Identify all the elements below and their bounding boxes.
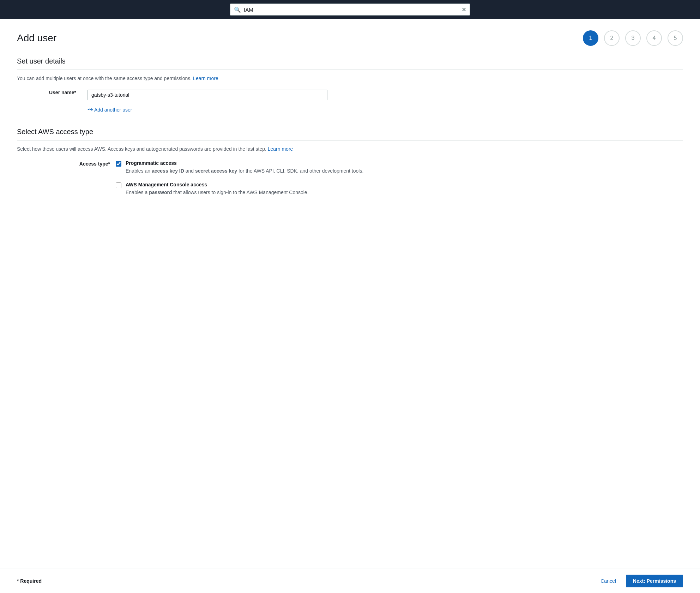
set-user-details-description: You can add multiple users at once with …	[17, 76, 683, 81]
page-header: Add user 1 2 3 4 5	[17, 30, 683, 46]
access-type-label: Access type*	[17, 160, 116, 167]
step-2[interactable]: 2	[604, 30, 620, 46]
step-4[interactable]: 4	[646, 30, 662, 46]
step-5[interactable]: 5	[668, 30, 683, 46]
console-access-option: AWS Management Console access Enables a …	[116, 182, 363, 196]
required-note: * Required	[17, 578, 42, 584]
step-3[interactable]: 3	[625, 30, 641, 46]
select-access-type-description: Select how these users will access AWS. …	[17, 146, 683, 152]
programmatic-access-title: Programmatic access	[126, 160, 363, 166]
add-user-row: ⤳ Add another user	[17, 106, 683, 114]
programmatic-access-text: Programmatic access Enables an access ke…	[126, 160, 363, 175]
steps-container: 1 2 3 4 5	[583, 30, 683, 46]
top-bar: 🔍 ✕	[0, 0, 700, 19]
programmatic-access-desc: Enables an access key ID and secret acce…	[126, 167, 363, 175]
access-type-row: Access type* Programmatic access Enables…	[17, 160, 683, 196]
cancel-button[interactable]: Cancel	[595, 575, 622, 587]
footer: * Required Cancel Next: Permissions	[0, 569, 700, 593]
search-icon: 🔍	[234, 6, 241, 13]
plus-icon: ⤳	[88, 106, 93, 114]
footer-buttons: Cancel Next: Permissions	[595, 575, 683, 587]
set-user-details-learn-more[interactable]: Learn more	[193, 76, 218, 81]
user-name-input[interactable]	[88, 90, 327, 100]
set-user-details-section: Set user details You can add multiple us…	[17, 57, 683, 114]
add-another-user-button[interactable]: ⤳ Add another user	[88, 106, 132, 114]
page-title: Add user	[17, 32, 56, 44]
step-1[interactable]: 1	[583, 30, 598, 46]
access-options: Programmatic access Enables an access ke…	[116, 160, 363, 196]
search-input[interactable]	[244, 7, 461, 13]
search-clear-icon[interactable]: ✕	[461, 6, 466, 13]
programmatic-access-option: Programmatic access Enables an access ke…	[116, 160, 363, 175]
main-content: Add user 1 2 3 4 5 Set user details You …	[0, 19, 700, 569]
set-user-details-title: Set user details	[17, 57, 683, 70]
console-access-desc: Enables a password that allows users to …	[126, 189, 309, 196]
select-access-type-section: Select AWS access type Select how these …	[17, 128, 683, 196]
console-access-title: AWS Management Console access	[126, 182, 309, 187]
next-permissions-button[interactable]: Next: Permissions	[626, 575, 683, 587]
user-name-label-wrap: User name*	[17, 90, 88, 95]
access-type-learn-more[interactable]: Learn more	[268, 146, 293, 152]
programmatic-access-checkbox[interactable]	[116, 161, 121, 167]
console-access-text: AWS Management Console access Enables a …	[126, 182, 309, 196]
console-access-checkbox[interactable]	[116, 182, 121, 188]
search-wrapper: 🔍 ✕	[230, 4, 470, 16]
user-name-label: User name*	[11, 90, 82, 95]
user-name-row: User name*	[17, 90, 683, 100]
select-access-type-title: Select AWS access type	[17, 128, 683, 140]
user-name-field-wrap	[88, 90, 327, 100]
